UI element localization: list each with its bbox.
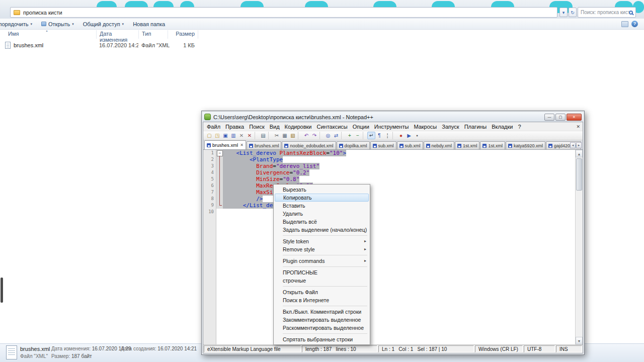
word-wrap-icon[interactable]: ↵ [367, 132, 375, 139]
close-all-icon[interactable]: ✕ [246, 132, 254, 139]
tab-3[interactable]: 1st.xml [455, 141, 480, 149]
tab-8[interactable]: noobie_edobudet.xml [282, 141, 336, 149]
context-menu-item[interactable]: Style token▸ [275, 237, 369, 245]
file-row[interactable]: brushes.xml 16.07.2020 14:29 Файл "XML" … [5, 41, 198, 49]
menu-item-12[interactable]: ? [515, 123, 523, 130]
column-header-2[interactable]: Тип [139, 30, 168, 39]
context-menu-item[interactable]: Plugin commands▸ [275, 257, 369, 265]
context-menu-item[interactable]: Спрятать выбранные строки [275, 335, 369, 343]
menu-item-6[interactable]: Опции [350, 123, 372, 130]
search-icon[interactable] [629, 11, 633, 15]
menubar-close-icon[interactable]: ✕ [576, 124, 580, 129]
navigation-scrollbar[interactable] [1, 278, 3, 303]
paste-icon[interactable]: ▧ [289, 132, 297, 139]
find-icon[interactable]: ◎ [324, 132, 332, 139]
search-box[interactable]: Поиск: прописка кисти [578, 7, 636, 18]
cut-icon[interactable]: ✂ [273, 132, 281, 139]
tab-close-icon[interactable]: ✕ [240, 143, 244, 147]
context-menu-item[interactable]: Вкл./Выкл. Комментарий строки [275, 308, 369, 316]
fold-margin[interactable] [216, 176, 223, 183]
context-menu-item[interactable]: Выделить всё [275, 218, 369, 226]
tab-5[interactable]: sub.xml [397, 141, 423, 149]
undo-icon[interactable]: ↶ [302, 132, 310, 139]
print-icon[interactable]: ▤ [259, 132, 267, 139]
code-area[interactable]: <List_derevo PlantsXezBlock="10"> <Plant… [216, 150, 583, 344]
maximize-button[interactable]: ▢ [555, 114, 566, 121]
context-menu-item[interactable]: Вставить [275, 202, 369, 210]
address-bar[interactable]: прописка кисти [10, 7, 557, 18]
menu-item-5[interactable]: Синтаксисы [314, 123, 350, 130]
new-file-icon[interactable]: ▢ [205, 132, 213, 139]
tab-scroll-left-button[interactable]: ◂ [570, 142, 576, 148]
copy-icon[interactable]: ▦ [281, 132, 289, 139]
fold-margin[interactable] [216, 196, 223, 202]
scroll-up-icon[interactable]: ▲ [576, 150, 583, 157]
tab-2[interactable]: 1st.xml [480, 141, 505, 149]
open-button[interactable]: Открыть ▾ [37, 19, 78, 29]
save-all-icon[interactable]: ▥ [229, 132, 237, 139]
zoom-in-icon[interactable]: + [346, 132, 354, 139]
tab-active[interactable]: brushes.xml✕ [204, 140, 246, 149]
fold-margin[interactable] [216, 156, 223, 163]
menu-item-7[interactable]: Инструменты [372, 123, 412, 130]
menu-item-2[interactable]: Поиск [247, 123, 267, 130]
context-menu-item[interactable]: Задать выделение (начало/конец) [275, 226, 369, 234]
context-menu-item[interactable]: строчные [275, 277, 369, 285]
scrollbar-thumb[interactable] [576, 158, 582, 191]
context-menu-item[interactable]: Открыть Файл [275, 288, 369, 296]
share-button[interactable]: Общий доступ ▾ [78, 19, 128, 29]
stop-macro-icon[interactable]: ▪ [413, 132, 421, 139]
context-menu-item[interactable]: Remove style▸ [275, 245, 369, 253]
save-icon[interactable]: ▣ [221, 132, 229, 139]
fold-margin[interactable] [216, 150, 223, 156]
play-macro-icon[interactable]: ▶ [405, 132, 413, 139]
minimize-button[interactable]: — [544, 114, 554, 121]
indent-guide-icon[interactable]: ¦ [383, 132, 391, 139]
zoom-out-icon[interactable]: − [354, 132, 362, 139]
menu-item-8[interactable]: Макросы [411, 123, 439, 130]
column-header-0[interactable]: Имя▴ [5, 30, 97, 39]
tab-1[interactable]: katya5920.xml [506, 141, 545, 149]
fold-margin[interactable] [216, 183, 223, 189]
context-menu-item[interactable]: Раскомментировать выделенное [275, 324, 369, 332]
title-bar[interactable]: C:\Users\serg\Desktop\прописка кисти\bru… [203, 112, 583, 122]
record-macro-icon[interactable]: ● [397, 132, 405, 139]
refresh-button[interactable]: ↻ [569, 8, 577, 17]
fold-margin[interactable] [216, 189, 223, 196]
fold-margin[interactable] [216, 163, 223, 169]
menu-item-11[interactable]: Вкладки [489, 123, 515, 130]
tab-6[interactable]: sub.xml [370, 141, 396, 149]
context-menu-item[interactable]: Вырезать [275, 186, 369, 194]
redo-icon[interactable]: ↷ [310, 132, 318, 139]
help-icon[interactable]: ? [631, 21, 638, 27]
tab-9[interactable]: brushes.xml [247, 141, 282, 149]
fold-margin[interactable] [216, 209, 223, 215]
context-menu-item[interactable]: Закомментировать выделенное [275, 316, 369, 324]
menu-item-1[interactable]: Правка [223, 123, 247, 130]
menu-item-4[interactable]: Кодировки [282, 123, 314, 130]
menu-item-9[interactable]: Запуск [439, 123, 461, 130]
fold-margin[interactable] [216, 202, 223, 209]
menu-item-3[interactable]: Вид [267, 123, 282, 130]
column-header-3[interactable]: Размер [168, 30, 198, 39]
open-file-icon[interactable]: ◳ [213, 132, 221, 139]
tab-scroll-right-button[interactable]: ▸ [576, 142, 582, 148]
tab-7[interactable]: dopilka.xml [337, 141, 370, 149]
address-dropdown-button[interactable]: ▾ [559, 8, 568, 17]
context-menu-item[interactable]: Удалить [275, 210, 369, 218]
tab-4[interactable]: nebdy.xml [424, 141, 454, 149]
context-menu-item[interactable]: Поиск в Интернете [275, 296, 369, 304]
replace-icon[interactable]: ⇄ [332, 132, 340, 139]
organize-button[interactable]: Упорядочить ▾ [0, 19, 37, 29]
context-menu-item[interactable]: Копировать [275, 194, 369, 202]
column-header-1[interactable]: Дата изменения [97, 30, 139, 39]
menu-item-10[interactable]: Плагины [462, 123, 490, 130]
change-view-icon[interactable] [621, 21, 628, 27]
scroll-down-icon[interactable]: ▼ [576, 337, 583, 344]
show-symbols-icon[interactable]: ¶ [375, 132, 383, 139]
close-file-icon[interactable]: ✕ [237, 132, 246, 139]
vertical-scrollbar[interactable]: ▲ ▼ [575, 150, 583, 344]
menu-item-0[interactable]: Файл [204, 123, 223, 130]
fold-margin[interactable] [216, 169, 223, 176]
context-menu-item[interactable]: ПРОПИСНЫЕ [275, 268, 369, 277]
